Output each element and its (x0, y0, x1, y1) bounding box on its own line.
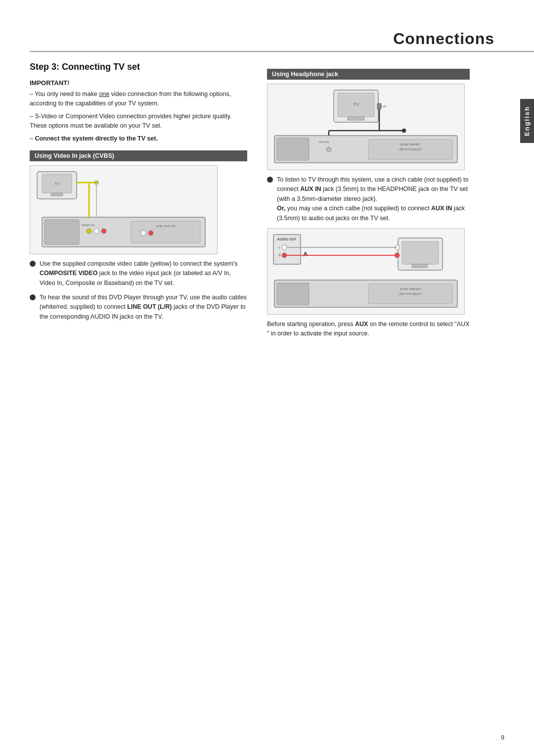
left-bullet-text-2: To hear the sound of this DVD Player thr… (40, 293, 247, 322)
svg-text:SLIDE PRESET: SLIDE PRESET (400, 287, 421, 290)
important-label: IMPORTANT! (30, 79, 247, 87)
svg-rect-7 (44, 220, 79, 244)
important-text-2: – S-Video or Component Video connection … (30, 112, 247, 131)
svg-text:TV: TV (353, 102, 359, 107)
svg-text:TV: TV (54, 182, 60, 186)
page-number: 9 (501, 734, 504, 741)
headphone-diagram-top: TV HP AUX IN (267, 84, 465, 170)
svg-point-39 (282, 245, 287, 250)
svg-text:L: L (278, 245, 280, 249)
svg-rect-44 (402, 241, 439, 264)
svg-rect-3 (51, 193, 63, 196)
svg-text:A: A (303, 250, 308, 258)
svg-text:SLIDE PRESET: SLIDE PRESET (400, 143, 421, 146)
left-bullet-1: Use the supplied composite video cable (… (30, 259, 247, 288)
language-tab: English (520, 99, 534, 143)
svg-point-16 (141, 231, 146, 236)
left-bullet-text-1: Use the supplied composite video cable (… (40, 259, 247, 288)
svg-point-10 (94, 229, 99, 234)
headphone-diagram-bottom: AUDIO OUT L R A (267, 228, 465, 315)
title-divider (30, 51, 534, 52)
svg-text:USB TO PC/SELECT: USB TO PC/SELECT (399, 292, 422, 295)
cvbs-diagram: TV VIDEO IN (30, 165, 218, 254)
left-column: Step 3: Connecting TV set IMPORTANT! – Y… (30, 62, 262, 341)
bullet-dot-1 (30, 261, 36, 267)
svg-point-9 (87, 229, 91, 234)
svg-text:USB TO PC/SELECT: USB TO PC/SELECT (399, 148, 422, 151)
right-bullet-dot-1 (267, 177, 273, 183)
svg-rect-45 (412, 264, 428, 268)
svg-point-11 (101, 229, 106, 234)
page-title: Connections (393, 30, 494, 48)
right-bullet-text-1: To listen to TV through this system, use… (277, 175, 470, 223)
svg-text:VIDEO IN: VIDEO IN (82, 224, 94, 227)
svg-rect-51 (277, 283, 309, 305)
important-text-1: – You only need to make one video connec… (30, 90, 247, 109)
svg-rect-28 (277, 138, 309, 160)
svg-text:AUDIO OUT: AUDIO OUT (277, 237, 297, 241)
page-container: English Connections Step 3: Connecting T… (0, 0, 534, 756)
svg-rect-21 (348, 117, 364, 120)
right-section-bar: Using Headphone jack (267, 69, 470, 80)
bullet-dot-2 (30, 294, 36, 300)
main-content: Step 3: Connecting TV set IMPORTANT! – Y… (0, 62, 534, 341)
svg-text:AUX IN: AUX IN (319, 141, 329, 143)
left-section-bar: Using Video In jack (CVBS) (30, 150, 247, 161)
svg-text:R: R (278, 253, 281, 257)
svg-rect-22 (377, 103, 381, 109)
svg-text:HP: HP (382, 105, 386, 108)
svg-point-26 (402, 129, 406, 133)
svg-point-17 (148, 231, 153, 236)
before-operation-text: Before starting operation, press AUX on … (267, 320, 470, 339)
right-bullet-1: To listen to TV through this system, use… (267, 175, 470, 223)
svg-point-30 (326, 147, 331, 152)
important-text-3: – Connect the system directly to the TV … (30, 134, 247, 143)
right-column: Using Headphone jack TV HP (262, 62, 494, 341)
left-bullet-2: To hear the sound of this DVD Player thr… (30, 293, 247, 322)
svg-point-41 (282, 253, 287, 258)
svg-text:LINE OUT L/R: LINE OUT L/R (156, 225, 176, 228)
step-heading: Step 3: Connecting TV set (30, 62, 247, 72)
